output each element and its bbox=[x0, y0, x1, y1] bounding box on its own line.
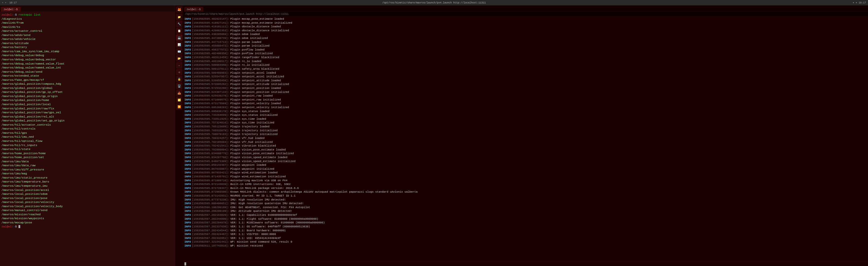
log-timestamp: [1563502597.202434544]: bbox=[192, 229, 229, 233]
log-message: Plugin rc_lo loaded bbox=[230, 60, 261, 64]
log-timestamp: [1563502597.202163820]: bbox=[192, 213, 229, 217]
sidebar-icon-11[interactable]: 🔒 bbox=[176, 76, 183, 82]
topic-line: /mavros/extended_state bbox=[1, 74, 173, 78]
topic-line: /mavros/global_position/gp_ip_offset bbox=[1, 90, 173, 94]
log-line: INFO[1563502597.202337638]: VER: 1.1: OS… bbox=[184, 225, 867, 229]
log-level: INFO bbox=[184, 56, 191, 60]
topic-line: /mavros/hil/optical_flow bbox=[1, 139, 173, 143]
log-level: INFO bbox=[184, 217, 191, 221]
prompt-line: zwl@wl:-$ rostopic list bbox=[1, 13, 173, 17]
log-line: INFO[1563502595.792880894]: Plugin visio… bbox=[184, 148, 867, 152]
topic-line: /mavros/local_position/accel bbox=[1, 188, 173, 192]
topic-line: /mavros/debug_value/named_value_int bbox=[1, 66, 173, 70]
log-message: Plugin waypoint initialized bbox=[230, 167, 274, 171]
log-message: Plugin px4flow initialized bbox=[230, 52, 273, 56]
log-level: INFO bbox=[184, 244, 191, 248]
log-line: INFO[1563502595.880406651]: IMU: High re… bbox=[184, 202, 867, 206]
topic-line: /mavros/local_position/pose bbox=[1, 196, 173, 200]
log-timestamp: [1563502595.402822147]: bbox=[192, 17, 229, 21]
log-message: Plugin setpoint_position initialized bbox=[230, 90, 289, 94]
sidebar-icon-5[interactable]: 💻 bbox=[176, 34, 183, 41]
log-timestamp: [1563502595.492400358]: bbox=[192, 52, 229, 56]
log-timestamp: [1563502595.867933421]: bbox=[192, 171, 229, 175]
log-line: INFO[1563502595.447715713]: Plugin param… bbox=[184, 40, 867, 44]
sidebar-icon-4[interactable]: 📋 bbox=[176, 28, 183, 34]
log-line: INFO[1563502597.321541441]: WP: mission … bbox=[184, 240, 867, 244]
log-level: INFO bbox=[184, 71, 191, 75]
log-line: INFO[1563502595.695838178]: Plugin sys_s… bbox=[184, 110, 867, 113]
topic-line: /mavros/home_position/home bbox=[1, 152, 173, 156]
log-line: INFO[1563502595.850143487]: Plugin waypo… bbox=[184, 163, 867, 167]
log-timestamp: [1563502597.202424467]: bbox=[192, 233, 229, 236]
log-level: INFO bbox=[184, 75, 191, 79]
wifi-icon-right: ▾ ▾ bbox=[853, 1, 857, 4]
right-panel: zwl@wl:-$ /opt/ros/kinetic/share/mavros/… bbox=[183, 5, 868, 266]
prompt-end: zwl@wl:-$ bbox=[1, 225, 173, 229]
topic-line: /mavros/mission/reached bbox=[1, 212, 173, 217]
sidebar-icon-1[interactable]: 🦊 bbox=[176, 6, 183, 13]
log-timestamp: [1563502595.733264699]: bbox=[192, 113, 229, 117]
log-level: INFO bbox=[184, 206, 191, 209]
log-level: INFO bbox=[184, 106, 191, 110]
sidebar-icon-15[interactable]: 🔽 bbox=[176, 103, 183, 110]
log-message: Plugin sys_status initialized bbox=[230, 113, 277, 117]
log-message: Plugin vision_speed_estimate loaded bbox=[230, 156, 287, 160]
log-line: INFO[1563502595.525547857]: Plugin setpo… bbox=[184, 75, 867, 79]
log-level: INFO bbox=[184, 160, 191, 164]
log-timestamp: [1563502595.850143487]: bbox=[192, 163, 229, 167]
sidebar-icon-14[interactable]: 🗂️ bbox=[176, 97, 183, 103]
log-message: Built-in MAVLink package version: 2018.6… bbox=[230, 187, 299, 190]
log-level: INFO bbox=[184, 209, 191, 213]
log-line: INFO[1563502596.198299199]: CON: Got HEA… bbox=[184, 206, 867, 209]
right-path-bar: /opt/ros/kinetic/share/mavros/launch/px4… bbox=[183, 12, 868, 17]
sidebar-icon-13[interactable]: 📤 bbox=[176, 90, 183, 96]
topic-line: /mavros/adsb/send bbox=[1, 33, 173, 37]
log-timestamp: [1563502595.624307133]: bbox=[192, 90, 229, 94]
topic-line: /mavros/local_position/odom bbox=[1, 192, 173, 196]
log-message: Plugin vision_speed_estimate initialized bbox=[230, 160, 296, 164]
topic-line: /mavros/actuator_control bbox=[1, 29, 173, 33]
log-timestamp: [1563502595.695838178]: bbox=[192, 110, 229, 113]
topic-line: /mavros/local_position/velocity_body bbox=[1, 204, 173, 209]
right-tab[interactable]: zwl@wl:-$ bbox=[184, 7, 203, 11]
log-level: INFO bbox=[184, 240, 191, 244]
topic-line: /mavlink/to bbox=[1, 25, 173, 29]
log-level: INFO bbox=[184, 182, 191, 187]
log-line: INFO[1563502595.695268283]: Plugin setpo… bbox=[184, 106, 867, 110]
log-message: Plugin vibration blacklisted bbox=[230, 144, 276, 148]
log-line: INFO[1563502595.447280739]: Plugin odom … bbox=[184, 36, 867, 40]
log-message: Plugin waypoint loaded bbox=[230, 163, 266, 167]
log-timestamp: [1563502596.198299199]: bbox=[192, 206, 229, 209]
log-line: INFO[1563502595.867933421]: Plugin wind_… bbox=[184, 171, 867, 175]
left-tab[interactable]: zwl@wl:-$ bbox=[1, 7, 21, 11]
log-level: INFO bbox=[184, 33, 191, 36]
log-message: VER: 1.1: UID: 4954414c44494e4f bbox=[230, 236, 281, 240]
sidebar-icon-7[interactable]: 📧 bbox=[176, 48, 183, 55]
log-level: INFO bbox=[184, 148, 191, 152]
sidebar-icon-3[interactable]: 🔧 bbox=[176, 21, 183, 27]
log-line: INFO[1563502595.492613459]: Plugin range… bbox=[184, 56, 867, 60]
log-line: INFO[1563502595.834287766]: Plugin visio… bbox=[184, 156, 867, 160]
log-message: Plugin setpoint_velocity initialized bbox=[230, 106, 289, 110]
log-timestamp: [1563502595.733511925]: bbox=[192, 117, 229, 121]
sidebar-icon-9[interactable]: ✏️ bbox=[176, 62, 183, 68]
topic-line: /mavros/imu/temperature_imu bbox=[1, 184, 173, 188]
sidebar-icon-10[interactable]: ⚙️ bbox=[176, 69, 183, 75]
log-message: CON: Got HEARTBEAT, connected. FCU: PX4 … bbox=[230, 206, 310, 209]
topic-line: /diagnostics bbox=[1, 17, 173, 21]
sidebar-icon-8[interactable]: 📂 bbox=[176, 55, 183, 62]
log-line: INFO[1563502595.834088776]: Plugin visio… bbox=[184, 152, 867, 156]
log-timestamp: [1563502595.447280739]: bbox=[192, 36, 229, 40]
log-message: Plugin wind_estimation loaded bbox=[230, 171, 277, 175]
sidebar-icon-12[interactable]: 🖥️ bbox=[176, 83, 183, 89]
log-message: Plugin vision_pose_estimate loaded bbox=[230, 148, 285, 152]
log-line: INFO[1563502595.733264699]: Plugin sys_s… bbox=[184, 113, 867, 117]
log-line: INFO[1563502595.671089575]: Plugin setpo… bbox=[184, 98, 867, 102]
sidebar-icon-6[interactable]: 📊 bbox=[176, 41, 183, 48]
left-terminal-content: zwl@wl:-$ rostopic list/diagnostics/mavl… bbox=[0, 12, 175, 266]
log-level: INFO bbox=[184, 187, 191, 190]
log-level: INFO bbox=[184, 140, 191, 144]
log-level: INFO bbox=[184, 175, 191, 179]
topic-line: /mavros/imu/data bbox=[1, 160, 173, 164]
sidebar-icon-2[interactable]: 📁 bbox=[176, 14, 183, 20]
